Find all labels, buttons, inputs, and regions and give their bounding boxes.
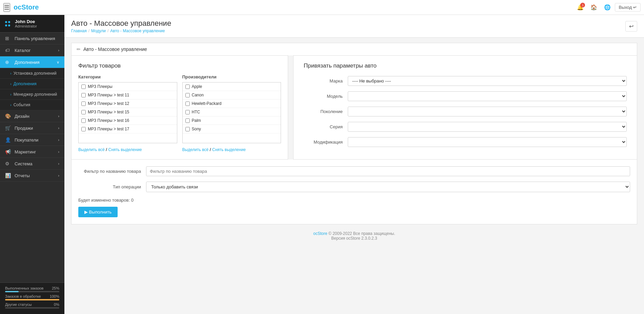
- categories-column: Категории МРЗ Плееры МРЗ Плееры > test 1…: [78, 74, 177, 152]
- sidebar-item-system[interactable]: ⚙ Система ›: [0, 158, 64, 170]
- list-item[interactable]: Sony: [183, 125, 281, 133]
- sidebar-item-dashboard[interactable]: ⊞ Панель управления: [0, 33, 64, 44]
- category-checkbox[interactable]: [81, 93, 86, 97]
- chevron-right-icon: ›: [58, 162, 59, 166]
- breadcrumb-current[interactable]: Авто - Массовое управление: [110, 29, 165, 33]
- marka-select[interactable]: ---- Не выбрано ----: [348, 76, 627, 86]
- sidebar-item-label: Дополнения: [15, 60, 57, 65]
- list-item[interactable]: Apple: [183, 82, 281, 91]
- list-item[interactable]: HTC: [183, 108, 281, 116]
- sidebar-sub-item-events[interactable]: › События: [0, 100, 64, 110]
- manufacturer-name: HTC: [192, 110, 200, 114]
- changed-count: Будет изменено товаров: 0: [78, 198, 630, 203]
- list-item[interactable]: Canon: [183, 91, 281, 99]
- sidebar-item-design[interactable]: 🎨 Дизайн ›: [0, 110, 64, 122]
- breadcrumb-modules[interactable]: Модули: [91, 29, 106, 33]
- sidebar-item-customers[interactable]: 👤 Покупатели ›: [0, 134, 64, 146]
- list-item[interactable]: МРЗ Плееры > test 15: [79, 108, 177, 116]
- manufacturer-name: Palm: [192, 118, 201, 123]
- page-header-left: Авто - Массовое управление Главная / Мод…: [71, 19, 171, 33]
- sidebar-item-reports[interactable]: 📊 Отчеты ›: [0, 170, 64, 182]
- sidebar-item-label: Маркетинг: [15, 149, 58, 154]
- list-item[interactable]: Palm: [183, 116, 281, 125]
- product-name-filter-label: Фильтр по названию товара: [78, 169, 146, 174]
- manufacturers-deselect[interactable]: Снять выделение: [212, 147, 246, 152]
- footer-brand-link[interactable]: ocStore: [313, 231, 327, 236]
- list-item[interactable]: МРЗ Плееры > test 17: [79, 125, 177, 133]
- sidebar: John Doe Administrator ⊞ Панель управлен…: [0, 15, 64, 314]
- list-item[interactable]: МРЗ Плееры: [79, 82, 177, 91]
- stat-label-processing: Заказов в обработке: [5, 294, 41, 298]
- product-name-filter-input[interactable]: [146, 166, 630, 176]
- sidebar-item-sales[interactable]: 🛒 Продажи ›: [0, 122, 64, 134]
- user-name: John Doe: [15, 19, 37, 24]
- dashboard-icon: ⊞: [5, 36, 12, 41]
- model-select[interactable]: [348, 91, 627, 101]
- manufacturer-checkbox[interactable]: [185, 110, 190, 114]
- back-button[interactable]: ↩: [625, 21, 637, 32]
- operation-type-select[interactable]: Только добавить связи Только удалить свя…: [146, 182, 630, 192]
- series-label: Серия: [304, 124, 348, 129]
- breadcrumb-home[interactable]: Главная: [71, 29, 87, 33]
- manufacturers-sep: /: [210, 147, 212, 152]
- hamburger-button[interactable]: ☰: [3, 3, 10, 12]
- sidebar-item-label: Панель управления: [15, 36, 59, 41]
- notifications-button[interactable]: 🔔 1: [574, 1, 586, 14]
- sidebar-item-marketing[interactable]: 📢 Маркетинг ›: [0, 146, 64, 158]
- filter-columns: Категории МРЗ Плееры МРЗ Плееры > test 1…: [78, 74, 281, 152]
- manufacturers-listbox[interactable]: Apple Canon Hewlett-Packard: [182, 82, 281, 143]
- sidebar-sub-item-install[interactable]: › Установка дополнений: [0, 68, 64, 79]
- page-title: Авто - Массовое управление: [71, 19, 171, 28]
- globe-button[interactable]: 🌐: [601, 1, 613, 14]
- top-navbar: ☰ ocStore 🔔 1 🏠 🌐 Выход ↵: [0, 0, 644, 15]
- list-item[interactable]: МРЗ Плееры > test 11: [79, 91, 177, 99]
- categories-deselect[interactable]: Снять выделение: [108, 147, 142, 152]
- category-checkbox[interactable]: [81, 127, 86, 131]
- category-checkbox[interactable]: [81, 110, 86, 114]
- sidebar-sub-item-manager[interactable]: › Менеджер дополнений: [0, 89, 64, 100]
- category-checkbox[interactable]: [81, 101, 86, 106]
- sub-arrow-icon: ›: [10, 103, 12, 107]
- manufacturer-checkbox[interactable]: [185, 127, 190, 131]
- notification-badge: 1: [580, 3, 585, 7]
- category-checkbox[interactable]: [81, 118, 86, 123]
- sidebar-item-label: Покупатели: [15, 137, 58, 143]
- sidebar-sub-item-addons[interactable]: › Дополнения: [0, 79, 64, 89]
- generation-select[interactable]: [348, 107, 627, 116]
- marketing-icon: 📢: [5, 149, 12, 154]
- categories-listbox[interactable]: МРЗ Плееры МРЗ Плееры > test 11 МРЗ Плее…: [78, 82, 177, 143]
- manufacturer-name: Hewlett-Packard: [192, 101, 222, 106]
- operation-type-row: Тип операции Только добавить связи Тольк…: [78, 182, 630, 192]
- execute-button[interactable]: ▶ Выполнить: [78, 207, 118, 217]
- stat-value-processing: 100%: [50, 294, 59, 298]
- manufacturer-checkbox[interactable]: [185, 85, 190, 89]
- brand-logo: ocStore: [14, 3, 39, 11]
- logout-button[interactable]: Выход ↵: [615, 3, 641, 12]
- filter-panel-title: Фильтр товаров: [78, 62, 281, 69]
- home-button[interactable]: 🏠: [588, 1, 600, 14]
- modification-select[interactable]: [348, 137, 627, 147]
- list-item[interactable]: МРЗ Плееры > test 16: [79, 116, 177, 125]
- user-role: Administrator: [15, 24, 37, 28]
- manufacturer-checkbox[interactable]: [185, 101, 190, 106]
- page-header-right: ↩: [625, 21, 637, 32]
- sidebar-item-addons[interactable]: ⊕ Дополнения ∨: [0, 56, 64, 68]
- avatar-dot: [8, 24, 10, 26]
- chevron-right-icon: ›: [58, 150, 59, 154]
- chevron-right-icon: ›: [58, 138, 59, 142]
- manufacturers-select-all[interactable]: Выделить всё: [182, 147, 209, 152]
- model-label: Модель: [304, 94, 348, 99]
- category-checkbox[interactable]: [81, 85, 86, 89]
- list-item[interactable]: Hewlett-Packard: [183, 99, 281, 108]
- generation-label: Поколение: [304, 109, 348, 114]
- bind-form-row-model: Модель: [304, 91, 627, 101]
- manufacturer-checkbox[interactable]: [185, 118, 190, 123]
- categories-select-all[interactable]: Выделить всё: [78, 147, 105, 152]
- category-name: МРЗ Плееры > test 17: [88, 127, 129, 131]
- manufacturer-checkbox[interactable]: [185, 93, 190, 97]
- layout: John Doe Administrator ⊞ Панель управлен…: [0, 15, 644, 314]
- series-select[interactable]: [348, 122, 627, 132]
- system-icon: ⚙: [5, 161, 12, 166]
- sidebar-item-catalog[interactable]: 🏷 Каталог ›: [0, 44, 64, 56]
- list-item[interactable]: МРЗ Плееры > test 12: [79, 99, 177, 108]
